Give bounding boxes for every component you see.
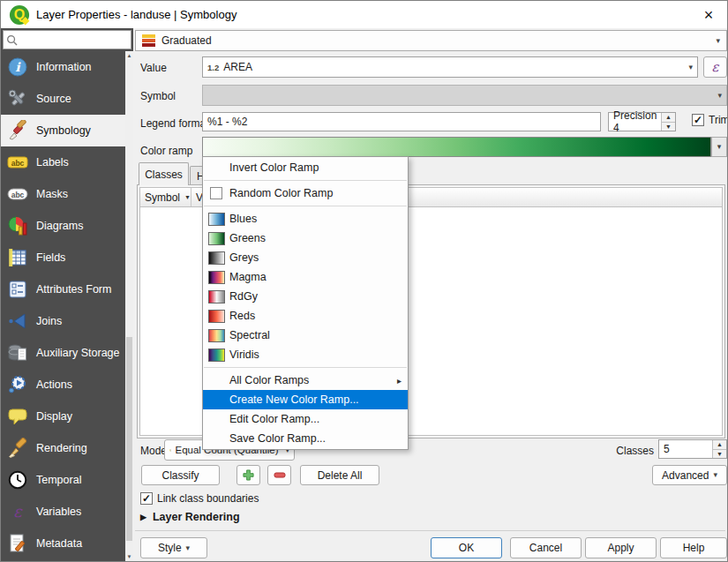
trim-label: Trim [709, 114, 728, 126]
tab-classes[interactable]: Classes [139, 162, 189, 185]
sidebar-item-fields[interactable]: Fields [1, 242, 125, 274]
menu-item-create-new-color-ramp[interactable]: Create New Color Ramp... [203, 390, 408, 409]
menu-item-ramp-blues[interactable]: Blues [203, 209, 408, 229]
menu-item-ramp-magma[interactable]: Magma [203, 267, 408, 287]
sidebar-item-information[interactable]: i Information [1, 51, 125, 83]
search-box[interactable] [3, 30, 131, 49]
table-fields-icon [7, 247, 28, 268]
form-icon [7, 279, 28, 300]
title-bar: Q Layer Properties - landuse | Symbology… [1, 1, 727, 28]
sidebar-item-attributes-form[interactable]: Attributes Form [1, 274, 125, 305]
cancel-button[interactable]: Cancel [510, 537, 582, 558]
symbol-field[interactable]: ▾ [202, 85, 727, 106]
link-class-boundaries-label: Link class boundaries [157, 492, 259, 505]
remove-class-button[interactable] [267, 465, 291, 485]
scroll-up-icon[interactable]: ▲ [125, 51, 133, 60]
sidebar-scrollbar[interactable]: ▲ ▼ [125, 51, 133, 561]
menu-item-ramp-rdgy[interactable]: RdGy [203, 287, 408, 306]
chevron-down-icon[interactable]: ▾ [714, 91, 722, 100]
sidebar-item-label: Diagrams [36, 220, 84, 232]
precision-spinbox[interactable]: Precision 4 ▲▼ [608, 112, 676, 131]
search-input[interactable] [20, 34, 128, 46]
chevron-down-icon[interactable]: ▾ [685, 63, 693, 71]
sidebar-item-masks[interactable]: abc Masks [1, 178, 125, 210]
link-class-boundaries-checkbox[interactable]: ✓ [140, 492, 153, 505]
trim-checkbox[interactable]: ✓ [692, 114, 704, 126]
pie-chart-icon [7, 215, 28, 236]
svg-text:abc: abc [11, 159, 25, 168]
apply-button[interactable]: Apply [585, 537, 657, 558]
sidebar-item-label: Attributes Form [36, 283, 111, 296]
sidebar: i Information Source Sym [1, 28, 133, 561]
style-button[interactable]: Style ▾ [140, 537, 207, 558]
color-ramp-dropdown-button[interactable]: ▾ [711, 137, 727, 157]
sidebar-item-label: Rendering [36, 442, 87, 454]
sidebar-item-diagrams[interactable]: Diagrams [1, 210, 125, 242]
legend-format-label: Legend format [140, 117, 208, 130]
sidebar-item-rendering[interactable]: Rendering [1, 432, 125, 464]
sidebar-item-variables[interactable]: ε Variables [1, 496, 125, 528]
menu-separator [204, 367, 407, 368]
layer-rendering-expander[interactable]: ▶ Layer Rendering [140, 511, 240, 523]
spin-down-icon[interactable]: ▼ [713, 450, 726, 459]
rdgy-ramp-swatch [208, 290, 225, 303]
svg-text:abc: abc [11, 191, 25, 199]
sidebar-item-metadata[interactable]: Metadata [1, 528, 125, 559]
sidebar-item-display[interactable]: Display [1, 401, 125, 432]
spin-up-icon[interactable]: ▲ [662, 113, 675, 123]
menu-item-ramp-reds[interactable]: Reds [203, 306, 408, 326]
sidebar-item-temporal[interactable]: Temporal [1, 464, 125, 496]
sidebar-item-label: Information [36, 61, 92, 73]
menu-separator [204, 206, 407, 206]
help-button[interactable]: Help [660, 537, 727, 558]
menu-item-invert-color-ramp[interactable]: Invert Color Ramp [203, 158, 408, 177]
layer-properties-dialog: Q Layer Properties - landuse | Symbology… [0, 0, 728, 562]
random-ramp-checkbox[interactable] [210, 187, 222, 199]
menu-item-save-color-ramp[interactable]: Save Color Ramp... [203, 429, 408, 448]
advanced-button[interactable]: Advanced ▾ [652, 465, 727, 485]
column-header-symbol[interactable]: Symbol ▼ [140, 188, 191, 206]
graduated-icon [142, 34, 155, 47]
menu-item-all-color-ramps[interactable]: All Color Ramps ▸ [203, 371, 408, 390]
scroll-down-icon[interactable]: ▼ [125, 552, 133, 561]
sidebar-item-symbology[interactable]: Symbology [1, 115, 125, 146]
spin-down-icon[interactable]: ▼ [662, 123, 675, 131]
menu-item-ramp-greens[interactable]: Greens [203, 229, 408, 248]
delete-all-button[interactable]: Delete All [300, 465, 379, 485]
sidebar-item-label: Temporal [36, 474, 81, 486]
link-class-boundaries-row[interactable]: ✓ Link class boundaries [140, 492, 259, 505]
sidebar-nav: i Information Source Sym [1, 51, 125, 561]
add-class-button[interactable] [236, 465, 260, 485]
sidebar-item-labels[interactable]: abc Labels [1, 146, 125, 178]
classify-button[interactable]: Classify [141, 465, 220, 485]
sidebar-item-joins[interactable]: Joins [1, 305, 125, 337]
legend-format-input[interactable]: %1 - %2 [202, 112, 601, 131]
sidebar-item-label: Auxiliary Storage [36, 347, 120, 359]
sidebar-item-source[interactable]: Source [1, 83, 125, 115]
expression-builder-button[interactable]: ε [703, 56, 727, 78]
menu-item-edit-color-ramp[interactable]: Edit Color Ramp... [203, 409, 408, 429]
menu-item-ramp-spectral[interactable]: Spectral [203, 326, 408, 345]
window-title: Layer Properties - landuse | Symbology [36, 8, 236, 21]
close-icon[interactable]: × [698, 7, 719, 23]
clock-icon [7, 469, 28, 491]
trim-checkbox-row[interactable]: ✓ Trim [692, 114, 728, 126]
ok-button[interactable]: OK [431, 537, 502, 558]
menu-item-ramp-viridis[interactable]: Viridis [203, 345, 408, 364]
scrollbar-thumb[interactable] [126, 337, 132, 541]
menu-item-ramp-greys[interactable]: Greys [203, 248, 408, 267]
magma-ramp-swatch [208, 271, 225, 284]
color-ramp-preview[interactable] [202, 137, 711, 157]
value-field[interactable]: 1.2 AREA ▾ [202, 56, 698, 78]
minus-icon [274, 469, 286, 481]
menu-item-random-color-ramp[interactable]: Random Color Ramp [203, 184, 408, 203]
greys-ramp-swatch [208, 251, 225, 265]
sidebar-item-label: Masks [36, 188, 68, 200]
sidebar-item-actions[interactable]: Actions [1, 369, 125, 401]
renderer-select[interactable]: Graduated ▾ [135, 30, 727, 51]
sidebar-item-auxiliary-storage[interactable]: Auxiliary Storage [1, 337, 125, 369]
classes-spinbox[interactable]: 5 ▲▼ [658, 439, 727, 459]
spin-up-icon[interactable]: ▲ [713, 440, 726, 450]
chevron-down-icon: ▾ [712, 36, 720, 45]
epsilon-icon: ε [7, 501, 28, 522]
